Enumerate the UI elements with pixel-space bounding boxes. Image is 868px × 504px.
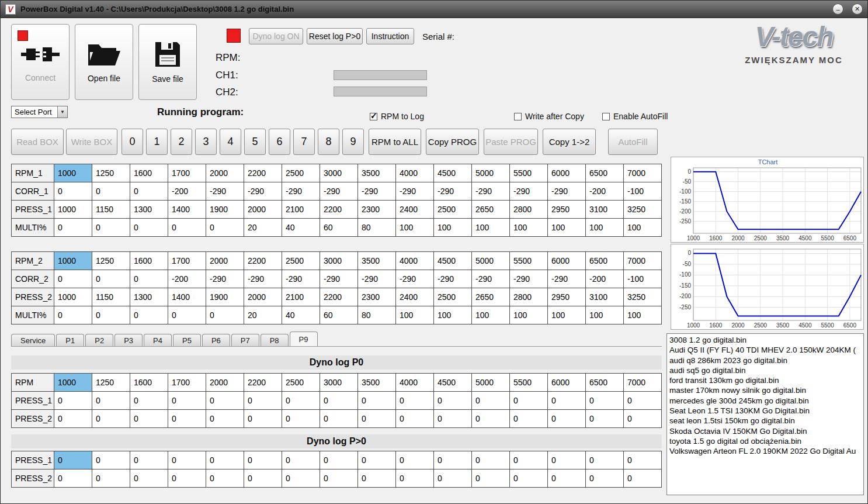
grid-cell[interactable]: 0 — [472, 451, 510, 470]
grid-cell[interactable]: 0 — [168, 219, 206, 237]
grid-cell[interactable]: 0 — [206, 219, 244, 237]
grid-cell[interactable]: 2000 — [206, 374, 244, 392]
grid-cell[interactable]: -200 — [586, 270, 624, 288]
file-item[interactable]: audi sq5 go digital.bin — [669, 365, 861, 375]
grid-cell[interactable]: -290 — [358, 270, 396, 288]
grid-cell[interactable]: 0 — [130, 306, 168, 325]
grid-cell[interactable]: 1600 — [130, 164, 168, 182]
grid-cell[interactable]: 0 — [244, 451, 282, 470]
read-box-button[interactable]: Read BOX — [11, 129, 64, 155]
grid-cell[interactable]: 2000 — [206, 252, 244, 270]
grid-cell[interactable]: 2950 — [548, 288, 586, 306]
grid-cell[interactable]: 1900 — [206, 201, 244, 219]
grid-cell[interactable]: 2400 — [396, 201, 434, 219]
grid-cell[interactable]: 0 — [548, 470, 586, 488]
grid-cell[interactable]: 0 — [92, 392, 130, 410]
grid-cell[interactable]: 1000 — [54, 288, 92, 306]
grid-cell[interactable]: 0 — [92, 270, 130, 288]
grid-cell[interactable]: 2200 — [320, 288, 358, 306]
grid-cell[interactable]: 0 — [624, 470, 662, 488]
grid-cell[interactable]: 5500 — [510, 252, 548, 270]
grid-cell[interactable]: 1300 — [130, 201, 168, 219]
grid-cell[interactable]: 60 — [320, 306, 358, 325]
digit-button-7[interactable]: 7 — [293, 129, 315, 155]
digit-button-8[interactable]: 8 — [318, 129, 339, 155]
grid-cell[interactable]: 0 — [168, 392, 206, 410]
grid-cell[interactable]: 2500 — [282, 164, 320, 182]
grid-cell[interactable]: 0 — [548, 451, 586, 470]
tab-service[interactable]: Service — [11, 334, 55, 347]
grid-cell[interactable]: 2200 — [244, 252, 282, 270]
grid-cell[interactable]: 0 — [130, 219, 168, 237]
tab-p1[interactable]: P1 — [56, 334, 84, 347]
grid-cell[interactable]: 100 — [472, 306, 510, 325]
grid-cell[interactable]: -290 — [244, 270, 282, 288]
grid-cell[interactable]: 1700 — [168, 252, 206, 270]
grid-cell[interactable]: 2500 — [282, 374, 320, 392]
tab-p3[interactable]: P3 — [114, 334, 143, 347]
file-item[interactable]: master 170km nowy silnik go digital.bin — [669, 385, 861, 395]
grid-cell[interactable]: -290 — [434, 182, 472, 201]
grid-cell[interactable]: 1900 — [206, 288, 244, 306]
grid-cell[interactable]: 2200 — [320, 201, 358, 219]
grid-cell[interactable]: 7000 — [624, 164, 662, 182]
grid-cell[interactable]: 1000 — [54, 374, 92, 392]
save-file-button[interactable]: Save file — [138, 24, 197, 100]
grid-cell[interactable]: 2100 — [282, 201, 320, 219]
grid-cell[interactable]: -290 — [396, 182, 434, 201]
grid-cell[interactable]: -290 — [434, 270, 472, 288]
grid-cell[interactable]: 4000 — [396, 252, 434, 270]
grid-cell[interactable]: 2500 — [434, 201, 472, 219]
grid-cell[interactable]: 4500 — [434, 252, 472, 270]
grid-cell[interactable]: 100 — [434, 219, 472, 237]
grid-cell[interactable]: 100 — [624, 219, 662, 237]
grid-cell[interactable]: 4000 — [396, 164, 434, 182]
grid-cell[interactable]: 0 — [92, 306, 130, 325]
grid-cell[interactable]: 0 — [624, 410, 662, 428]
grid-cell[interactable]: 0 — [54, 451, 92, 470]
tab-p8[interactable]: P8 — [261, 334, 289, 347]
grid-cell[interactable]: -290 — [244, 182, 282, 201]
grid-cell[interactable]: 2300 — [358, 201, 396, 219]
grid-cell[interactable]: 1300 — [130, 288, 168, 306]
grid-cell[interactable]: 1700 — [168, 164, 206, 182]
grid-cell[interactable]: 0 — [130, 410, 168, 428]
grid-cell[interactable]: 100 — [396, 306, 434, 325]
grid-cell[interactable]: 20 — [244, 219, 282, 237]
grid-cell[interactable]: 0 — [282, 410, 320, 428]
grid-cell[interactable]: 0 — [54, 392, 92, 410]
grid-cell[interactable]: 0 — [92, 410, 130, 428]
grid-cell[interactable]: 3500 — [358, 374, 396, 392]
file-item[interactable]: Volkswagen Arteon FL 2.0 190KM 2022 Go D… — [669, 446, 861, 456]
grid-cell[interactable]: -200 — [168, 182, 206, 201]
grid-cell[interactable]: 2200 — [244, 374, 282, 392]
file-item[interactable]: Audi Q5 II (FY FL) 40 TDI MHEV 2.0 150kW… — [669, 345, 861, 355]
grid-cell[interactable]: 0 — [434, 410, 472, 428]
grid-cell[interactable]: 0 — [130, 182, 168, 201]
grid-cell[interactable]: 0 — [206, 306, 244, 325]
file-item[interactable]: 3008 1.2 go digital.bin — [669, 335, 861, 345]
instruction-button[interactable]: Instruction — [366, 28, 414, 44]
digit-button-4[interactable]: 4 — [220, 129, 241, 155]
grid-cell[interactable]: 2000 — [244, 288, 282, 306]
grid-cell[interactable]: 6500 — [586, 374, 624, 392]
grid-cell[interactable]: 0 — [92, 470, 130, 488]
grid-cell[interactable]: 0 — [168, 410, 206, 428]
grid-cell[interactable]: -290 — [358, 182, 396, 201]
select-port-dropdown[interactable]: Select Port ▼ — [11, 106, 68, 118]
grid-cell[interactable]: 0 — [586, 470, 624, 488]
enable-autofill-checkbox[interactable] — [602, 113, 610, 120]
rpm-to-log-option[interactable]: RPM to Log — [370, 112, 424, 121]
grid-cell[interactable]: 0 — [510, 470, 548, 488]
grid-cell[interactable]: -290 — [396, 270, 434, 288]
grid-cell[interactable]: 100 — [434, 306, 472, 325]
grid-cell[interactable]: 2100 — [282, 288, 320, 306]
grid-cell[interactable]: 100 — [586, 306, 624, 325]
tab-p7[interactable]: P7 — [231, 334, 259, 347]
copy-1-to-2-button[interactable]: Copy 1->2 — [543, 129, 596, 155]
grid-cell[interactable]: 100 — [586, 219, 624, 237]
paste-prog-button[interactable]: Paste PROG — [484, 129, 538, 155]
grid-cell[interactable]: 7000 — [624, 374, 662, 392]
grid-cell[interactable]: 0 — [282, 392, 320, 410]
grid-cell[interactable]: -290 — [206, 270, 244, 288]
